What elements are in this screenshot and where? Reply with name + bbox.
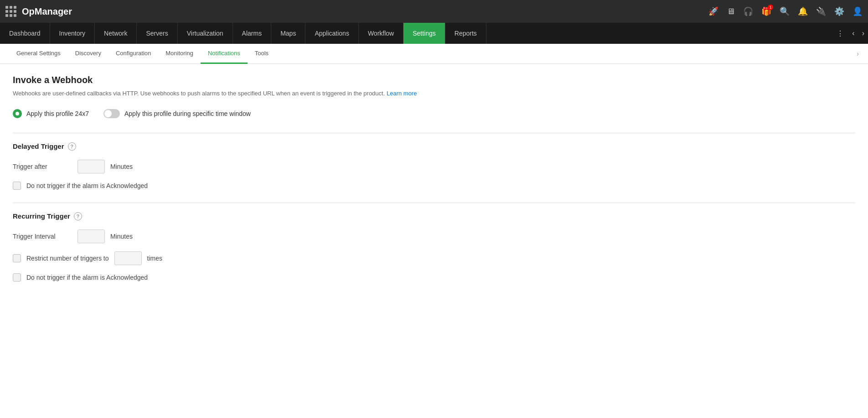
restrict-input[interactable]	[114, 251, 142, 265]
subnav-collapse-icon[interactable]: ›	[857, 50, 859, 58]
learn-more-link[interactable]: Learn more	[387, 90, 417, 97]
delayed-trigger-title: Delayed Trigger ?	[13, 142, 855, 151]
nav-more-icon[interactable]: ⋮	[832, 23, 848, 44]
nav-workflow[interactable]: Workflow	[359, 23, 403, 44]
delayed-ack-checkbox-row: Do not trigger if the alarm is Acknowled…	[13, 182, 855, 190]
gift-badge: 1	[768, 5, 773, 10]
page-desc-text: Webhooks are user-defined callbacks via …	[13, 90, 385, 97]
trigger-interval-input[interactable]	[78, 230, 105, 243]
radio-option-time-window[interactable]: Apply this profile during specific time …	[103, 109, 251, 118]
top-bar-left: OpManager	[5, 6, 72, 17]
gear-icon[interactable]: ⚙️	[834, 6, 844, 16]
trigger-interval-row: Trigger Interval Minutes	[13, 230, 855, 243]
nav-applications[interactable]: Applications	[305, 23, 359, 44]
nav-servers[interactable]: Servers	[137, 23, 177, 44]
nav-reports[interactable]: Reports	[445, 23, 486, 44]
top-bar: OpManager 🚀 🖥 🎧 🎁 1 🔍 🔔 🔌 ⚙️ 👤	[0, 0, 868, 23]
recurring-ack-checkbox[interactable]	[13, 273, 21, 282]
radio-row: Apply this profile 24x7 Apply this profi…	[13, 109, 855, 118]
radio-option-24x7[interactable]: Apply this profile 24x7	[13, 109, 89, 118]
trigger-after-row: Trigger after Minutes	[13, 160, 855, 173]
trigger-after-label: Trigger after	[13, 163, 72, 170]
nav-settings[interactable]: Settings	[403, 23, 445, 44]
page-title: Invoke a Webhook	[13, 75, 855, 85]
recurring-ack-checkbox-row: Do not trigger if the alarm is Acknowled…	[13, 273, 855, 282]
nav-network[interactable]: Network	[95, 23, 137, 44]
section-divider-1	[13, 133, 855, 133]
monitor-icon[interactable]: 🖥	[727, 7, 735, 16]
nav-dashboard[interactable]: Dashboard	[0, 23, 50, 44]
page-description: Webhooks are user-defined callbacks via …	[13, 89, 855, 98]
trigger-after-unit: Minutes	[110, 163, 133, 170]
sub-nav: General Settings Discovery Configuration…	[0, 44, 868, 64]
plug-icon[interactable]: 🔌	[816, 6, 826, 16]
main-content: Invoke a Webhook Webhooks are user-defin…	[0, 64, 868, 418]
recurring-trigger-help-icon[interactable]: ?	[74, 212, 82, 220]
rocket-icon[interactable]: 🚀	[708, 6, 718, 16]
app-title: OpManager	[22, 6, 72, 17]
subnav-tools[interactable]: Tools	[248, 44, 276, 64]
restrict-checkbox[interactable]	[13, 254, 21, 262]
main-nav: Dashboard Inventory Network Servers Virt…	[0, 23, 868, 44]
headset-icon[interactable]: 🎧	[743, 6, 753, 16]
app-grid-icon[interactable]	[5, 6, 16, 17]
subnav-configuration[interactable]: Configuration	[108, 44, 158, 64]
nav-maps[interactable]: Maps	[271, 23, 305, 44]
nav-prev-arrow[interactable]: ‹	[848, 23, 858, 44]
trigger-after-input[interactable]	[78, 160, 105, 173]
gift-icon[interactable]: 🎁 1	[761, 6, 771, 16]
delayed-trigger-section: Delayed Trigger ? Trigger after Minutes …	[13, 133, 855, 190]
subnav-monitoring[interactable]: Monitoring	[158, 44, 201, 64]
radio-time-window-toggle[interactable]	[103, 109, 120, 118]
recurring-ack-label: Do not trigger if the alarm is Acknowled…	[26, 274, 148, 281]
nav-alarms[interactable]: Alarms	[233, 23, 272, 44]
search-icon[interactable]: 🔍	[780, 6, 790, 16]
radio-24x7-indicator[interactable]	[13, 109, 22, 118]
delayed-trigger-help-icon[interactable]: ?	[68, 142, 76, 151]
recurring-trigger-section: Recurring Trigger ? Trigger Interval Min…	[13, 203, 855, 282]
nav-virtualization[interactable]: Virtualization	[178, 23, 233, 44]
nav-inventory[interactable]: Inventory	[50, 23, 95, 44]
restrict-label: Restrict number of triggers to	[26, 255, 109, 262]
subnav-notifications[interactable]: Notifications	[201, 44, 248, 64]
restrict-row: Restrict number of triggers to times	[13, 251, 855, 265]
nav-next-arrow[interactable]: ›	[858, 23, 868, 44]
bell-icon[interactable]: 🔔	[798, 6, 808, 16]
subnav-general-settings[interactable]: General Settings	[9, 44, 68, 64]
radio-time-window-label: Apply this profile during specific time …	[124, 110, 251, 117]
recurring-trigger-title: Recurring Trigger ?	[13, 212, 855, 220]
trigger-interval-unit: Minutes	[110, 233, 133, 240]
restrict-unit: times	[147, 255, 162, 262]
subnav-discovery[interactable]: Discovery	[68, 44, 108, 64]
top-bar-right: 🚀 🖥 🎧 🎁 1 🔍 🔔 🔌 ⚙️ 👤	[708, 6, 863, 16]
user-icon[interactable]: 👤	[852, 6, 863, 16]
delayed-ack-label: Do not trigger if the alarm is Acknowled…	[26, 182, 148, 189]
trigger-interval-label: Trigger Interval	[13, 233, 72, 240]
radio-24x7-label: Apply this profile 24x7	[26, 110, 89, 117]
delayed-ack-checkbox[interactable]	[13, 182, 21, 190]
section-divider-2	[13, 203, 855, 203]
